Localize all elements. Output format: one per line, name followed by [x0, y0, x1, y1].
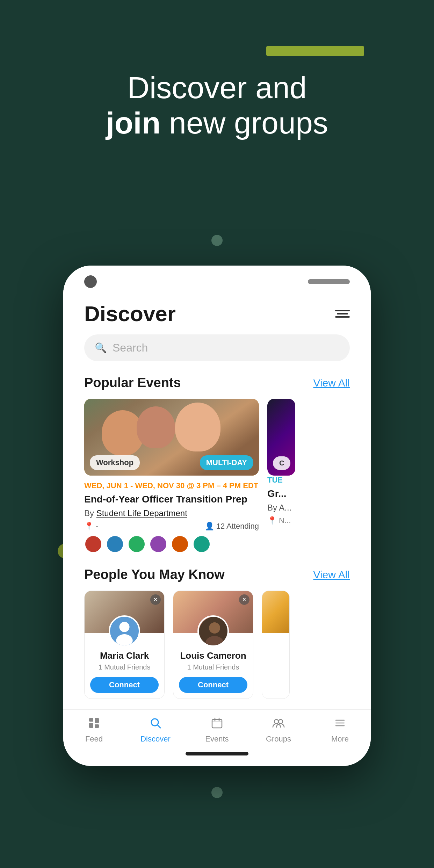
- hero-title-normal: new groups: [161, 106, 328, 140]
- popular-events-section: Popular Events View All: [84, 375, 350, 553]
- hero-title: Discover and join new groups: [0, 70, 434, 140]
- close-button-louis[interactable]: ×: [239, 594, 249, 605]
- attendee-avatar-3: [128, 535, 146, 553]
- event-name-2: Gr...: [267, 487, 295, 500]
- close-button-maria[interactable]: ×: [150, 594, 161, 605]
- event-date-2: TUE: [267, 476, 295, 485]
- phone-top-bar: [63, 266, 371, 294]
- person-name-maria: Maria Clark: [90, 650, 159, 661]
- avatar-louis-svg: [199, 617, 229, 647]
- people-section-title: People You May Know: [84, 567, 225, 582]
- svg-rect-12: [212, 719, 222, 728]
- events-section-header: Popular Events View All: [84, 375, 350, 390]
- bg-dot-center: [211, 235, 223, 246]
- groups-icon: [272, 717, 285, 732]
- avatar-maria: [109, 615, 140, 647]
- people-view-all[interactable]: View All: [313, 569, 350, 581]
- nav-more[interactable]: More: [323, 717, 357, 744]
- svg-rect-6: [89, 718, 93, 722]
- event-card-1[interactable]: Workshop MULTI-DAY WED, JUN 1 - WED, NOV…: [84, 399, 259, 553]
- filter-line-3: [335, 316, 350, 318]
- nav-feed[interactable]: Feed: [77, 717, 111, 744]
- phone-bottom-bar: [63, 747, 371, 766]
- events-icon: [211, 717, 223, 732]
- svg-point-2: [116, 635, 132, 647]
- event-by-2: By A...: [267, 503, 295, 513]
- person-card-maria[interactable]: ×: [84, 591, 165, 699]
- event-meta-1: 📍 - 👤 12 Attending: [84, 522, 259, 531]
- attending-count-1: 12 Attending: [216, 522, 259, 531]
- event-organizer-link-1[interactable]: Student Life Department: [96, 508, 187, 518]
- event-location-2: 📍 N...: [267, 516, 295, 525]
- app-header: Discover: [84, 294, 350, 334]
- person-mutual-maria: 1 Mutual Friends: [90, 663, 159, 671]
- phone-mockup: Discover 🔍 Search Popular Events View Al…: [63, 266, 371, 766]
- person-card-partial[interactable]: [262, 591, 290, 699]
- event-date-1: WED, JUN 1 - WED, NOV 30 @ 3 PM – 4 PM E…: [84, 481, 259, 490]
- page-title: Discover: [84, 301, 176, 326]
- phone-camera: [84, 275, 97, 288]
- more-svg: [334, 717, 346, 729]
- svg-point-4: [209, 622, 220, 634]
- search-bar[interactable]: 🔍 Search: [84, 334, 350, 361]
- phone-speaker: [308, 279, 350, 284]
- connect-button-maria[interactable]: Connect: [90, 677, 159, 693]
- person-name-louis: Louis Cameron: [179, 650, 247, 661]
- hero-section: Discover and join new groups: [0, 70, 434, 140]
- nav-events-label: Events: [205, 735, 229, 744]
- svg-point-1: [119, 622, 129, 632]
- people-scroll: ×: [84, 591, 350, 699]
- person-card-louis[interactable]: ×: [173, 591, 253, 699]
- events-scroll: Workshop MULTI-DAY WED, JUN 1 - WED, NOV…: [84, 399, 350, 553]
- person-card-bg-maria: ×: [85, 591, 164, 633]
- person-card-partial-bg: [262, 591, 289, 633]
- bg-accent-bar: [266, 46, 364, 56]
- app-content: Discover 🔍 Search Popular Events View Al…: [63, 294, 371, 699]
- attending-icon: 👤: [205, 522, 214, 531]
- person-avatar-wrap-louis: [197, 615, 229, 647]
- nav-events[interactable]: Events: [200, 717, 234, 744]
- connect-button-louis[interactable]: Connect: [179, 677, 247, 693]
- svg-line-11: [158, 725, 160, 728]
- search-icon: 🔍: [95, 342, 107, 354]
- more-icon: [334, 717, 346, 732]
- events-view-all[interactable]: View All: [313, 377, 350, 389]
- phone-home-indicator: [186, 752, 248, 755]
- attendee-avatar-4: [149, 535, 167, 553]
- attendee-avatar-5: [171, 535, 189, 553]
- location-icon: 📍: [84, 522, 94, 531]
- event-badge-workshop: Workshop: [90, 455, 140, 470]
- phone-body: Discover 🔍 Search Popular Events View Al…: [63, 266, 371, 766]
- feed-svg: [88, 717, 100, 729]
- person-face-2: [137, 406, 175, 448]
- attendee-avatar-1: [84, 535, 102, 553]
- person-face-3: [175, 403, 220, 451]
- person-card-bg-louis: ×: [173, 591, 253, 633]
- avatar-maria-svg: [110, 615, 139, 647]
- attendee-avatar-6: [193, 535, 211, 553]
- people-section: People You May Know View All ×: [84, 567, 350, 699]
- location-text-1: -: [96, 522, 98, 531]
- svg-rect-8: [95, 718, 99, 723]
- feed-icon: [88, 717, 100, 732]
- filter-line-2: [337, 313, 348, 314]
- svg-rect-9: [95, 724, 99, 728]
- nav-feed-label: Feed: [85, 735, 103, 744]
- event-partial-image: C: [267, 399, 295, 476]
- svg-rect-7: [89, 723, 93, 728]
- nav-discover-label: Discover: [140, 735, 171, 744]
- nav-groups-label: Groups: [266, 735, 291, 744]
- attendee-avatar-2: [106, 535, 124, 553]
- event-image-1: Workshop MULTI-DAY: [84, 399, 259, 476]
- person-avatar-wrap-maria: [109, 615, 140, 647]
- people-section-header: People You May Know View All: [84, 567, 350, 582]
- event-card-2-partial[interactable]: C TUE Gr... By A... 📍 N...: [267, 399, 295, 553]
- groups-svg: [272, 717, 285, 729]
- svg-point-16: [274, 719, 279, 724]
- event-badge-multiday: MULTI-DAY: [200, 455, 253, 470]
- nav-groups[interactable]: Groups: [261, 717, 296, 744]
- nav-discover[interactable]: Discover: [138, 717, 173, 744]
- attendee-avatars: [84, 535, 259, 553]
- filter-button[interactable]: [335, 310, 350, 318]
- event-name-1: End-of-Year Officer Transition Prep: [84, 493, 259, 506]
